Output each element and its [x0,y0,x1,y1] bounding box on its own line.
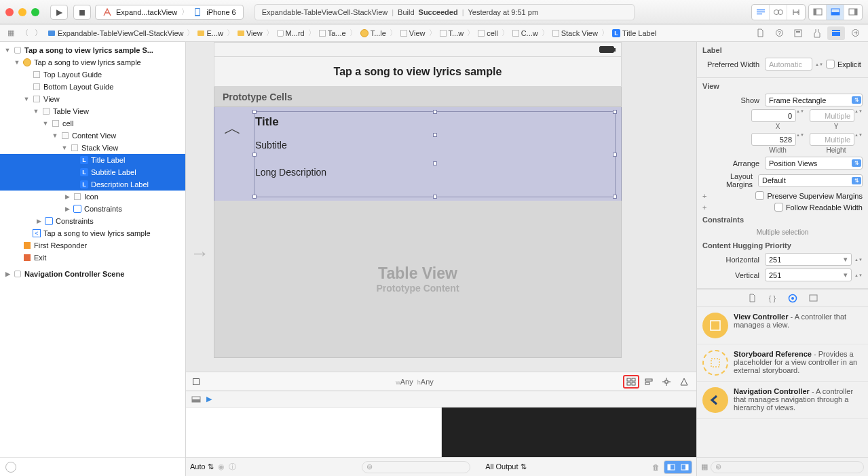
breadcrumb[interactable]: Expandable-TableViewCell-StackView [45,29,186,37]
outline-tableview[interactable]: ▼Table View [0,105,185,117]
svg-rect-10 [831,12,839,15]
hide-outline-button[interactable]: → [190,243,209,264]
show-select[interactable]: Frame Rectangle⇅ [765,94,863,106]
outline-view[interactable]: ▼View [0,93,185,105]
breadcrumb[interactable]: View [398,29,428,37]
toggle-breakpoints-icon[interactable] [191,395,201,403]
variables-filter-input[interactable]: ⊚ [362,461,470,473]
prototype-cell[interactable]: ︿ Title Subtitle Long Description [214,107,622,202]
outline-nav-item[interactable]: <Tap a song to view lyrics sample [0,227,185,239]
identity-inspector-tab[interactable] [789,26,807,40]
outline-description-label[interactable]: LDescription Label [0,178,185,191]
outline-cell[interactable]: ▼cell [0,117,185,130]
breadcrumb[interactable]: M...rd [274,29,307,37]
ib-canvas[interactable]: → Tap a song to view lyrics sample Proto… [186,42,696,372]
file-template-library-tab[interactable] [744,292,759,304]
toggle-outline-button[interactable] [188,375,204,389]
show-console-button[interactable] [678,461,692,473]
quicklook-icon[interactable]: ◉ [218,462,225,471]
y-field[interactable]: Multiple [810,109,854,122]
outline-title-label[interactable]: LTitle Label [0,154,185,166]
layout-margins-select[interactable]: Default⇅ [758,174,863,187]
outline-scene[interactable]: ▼Tap a song to view lyrics sample S... [0,44,185,56]
arrange-select[interactable]: Position Views⇅ [765,157,863,170]
clear-console-icon[interactable]: 🗑 [652,463,660,471]
library-item[interactable]: View Controller - A controller that mana… [697,307,868,344]
follow-readable-checkbox[interactable] [774,203,783,212]
library-item[interactable]: Storyboard Reference - Provides a placeh… [697,344,868,382]
quick-help-tab[interactable]: ? [770,26,788,40]
connections-inspector-tab[interactable] [846,26,864,40]
outline-subtitle-label[interactable]: LSubtitle Label [0,166,185,178]
outline-content-view[interactable]: ▼Content View [0,130,185,142]
preserve-margins-checkbox[interactable] [755,191,764,200]
vertical-hugging-field[interactable]: 251▾ [765,269,852,281]
outline-nav-scene[interactable]: ▶Navigation Controller Scene [0,268,185,280]
outline-constraints2[interactable]: ▶Constraints [0,215,185,227]
print-description-icon[interactable]: ⓘ [229,462,236,472]
outline-vc[interactable]: ▼Tap a song to view lyrics sample [0,56,185,68]
resolve-issues-button[interactable] [676,375,692,389]
filter-icon[interactable] [5,462,16,473]
go-forward-button[interactable]: 〉 [31,28,45,38]
activity-viewer[interactable]: Expandable-TableViewCell-StackView | Bui… [254,4,635,20]
console-view[interactable] [442,408,697,457]
zoom-window-button[interactable] [31,8,39,16]
preferred-width-field[interactable]: Automatic [765,58,812,71]
outline-constraints[interactable]: ▶Constraints [0,203,185,215]
file-inspector-tab[interactable] [751,26,769,40]
embed-in-stack-button[interactable] [623,375,639,389]
continue-icon[interactable]: ▶ [206,395,212,403]
object-library-tab[interactable] [785,292,800,304]
breadcrumb[interactable]: T...le [358,29,389,37]
svg-rect-19 [832,30,840,31]
version-editor-button[interactable] [787,5,805,20]
breadcrumb[interactable]: T...w [437,29,467,37]
outline-exit[interactable]: Exit [0,252,185,264]
breadcrumb[interactable]: C...w [510,29,541,37]
scheme-selector[interactable]: Expand...tackView 〉 iPhone 6 [95,5,244,20]
pin-button[interactable] [658,375,675,389]
breadcrumb[interactable]: Stack View [550,29,601,37]
width-field[interactable]: 528 [751,133,796,146]
breadcrumb[interactable]: Ta...e [316,29,349,37]
stepper[interactable]: ▲▼ [815,62,823,66]
run-button[interactable]: ▶ [50,5,68,20]
breadcrumb[interactable]: E...w [195,29,225,37]
size-class-control[interactable]: wAny hAny [206,378,623,386]
show-variables-button[interactable] [664,461,678,473]
breadcrumb[interactable]: View [235,29,265,37]
code-snippet-library-tab[interactable]: { } [765,292,780,304]
height-field[interactable]: Multiple [810,133,854,146]
outline-top-guide[interactable]: Top Layout Guide [0,68,185,81]
standard-editor-button[interactable] [752,5,770,20]
close-window-button[interactable] [5,8,14,16]
outline-first-responder[interactable]: First Responder [0,239,185,252]
variables-filter-mode[interactable]: Auto ⇅ [190,462,214,471]
toggle-navigator-button[interactable] [809,5,827,20]
size-inspector-tab[interactable] [827,26,845,40]
breadcrumb[interactable]: LTitle Label [609,29,659,37]
toggle-utilities-button[interactable] [844,5,862,20]
horizontal-hugging-field[interactable]: 251▾ [765,253,852,266]
library-view-grid-icon[interactable]: ▦ [701,462,708,471]
breadcrumb[interactable]: cell [475,29,501,37]
minimize-window-button[interactable] [18,8,26,16]
outline-bottom-guide[interactable]: Bottom Layout Guide [0,81,185,93]
console-output-mode[interactable]: All Output ⇅ [485,462,526,471]
go-back-button[interactable]: 〈 [18,28,31,38]
align-button[interactable] [641,375,657,389]
x-field[interactable]: 0 [751,109,796,122]
related-items-button[interactable]: ▦ [4,28,18,37]
explicit-checkbox[interactable] [826,60,835,68]
outline-icon[interactable]: ▶Icon [0,191,185,203]
variables-view[interactable] [186,408,442,457]
attributes-inspector-tab[interactable] [808,26,826,40]
media-library-tab[interactable] [806,292,820,304]
outline-stack-view[interactable]: ▼Stack View [0,142,185,154]
library-filter-input[interactable]: ⊚ [711,461,864,473]
library-item[interactable]: Navigation Controller - A controller tha… [697,382,868,419]
stop-button[interactable]: ◼ [73,5,91,20]
assistant-editor-button[interactable] [770,5,787,20]
toggle-debug-area-button[interactable] [827,5,844,20]
